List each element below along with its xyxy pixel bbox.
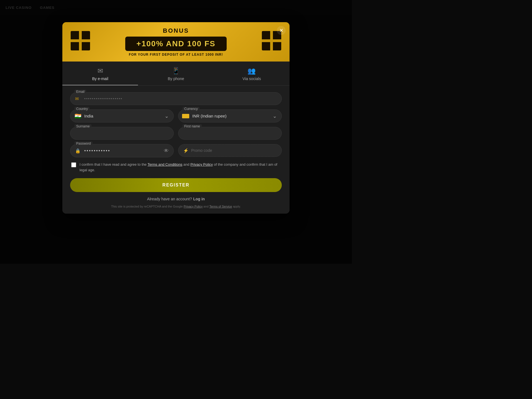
lock-icon: 🔒 [75,148,81,154]
country-select[interactable]: India [70,109,174,122]
phone-tab-icon: 📱 [172,67,180,75]
privacy-link[interactable]: Privacy Policy [190,162,213,167]
terms-link[interactable]: Terms and Conditions [147,162,182,167]
recaptcha-privacy-link[interactable]: Privacy Policy [184,205,203,208]
tab-socials-label: Via socials [242,76,261,81]
registration-modal: ✕ BONUS +100% AND 100 FS FOR YOUR FIRST … [62,22,290,214]
country-select-wrapper: 🇮🇳 India ⌄ [70,109,174,122]
login-link[interactable]: Log in [193,197,205,201]
email-field-group: Email ✉ [70,92,282,105]
tab-email-label: By e-mail [92,76,108,81]
login-row: Already have an account? Log in [70,196,282,201]
firstname-input[interactable] [178,127,282,140]
email-input-wrapper: ✉ [70,92,282,105]
socials-tab-icon: 👥 [247,67,256,75]
firstname-label: First name [183,124,202,128]
surname-label: Surname [75,124,91,128]
email-input[interactable] [70,92,282,105]
currency-select-wrapper: INR (Indian rupee) ⌄ [178,109,282,122]
registration-form: Email ✉ Country 🇮🇳 India ⌄ C [62,86,290,214]
recaptcha-notice: This site is protected by reCAPTCHA and … [70,205,282,208]
email-tab-icon: ✉ [98,67,103,75]
recaptcha-terms-link[interactable]: Terms of Service [209,205,232,208]
tab-phone[interactable]: 📱 By phone [138,62,214,85]
bonus-amount-bar: +100% AND 100 FS [125,37,226,51]
currency-field-group: Currency INR (Indian rupee) ⌄ [178,109,282,122]
register-button[interactable]: REGISTER [70,178,282,192]
name-row: Surname First name [70,127,282,140]
close-button[interactable]: ✕ [277,26,286,35]
country-currency-row: Country 🇮🇳 India ⌄ Currency INR (Indian … [70,109,282,122]
country-field-group: Country 🇮🇳 India ⌄ [70,109,174,122]
show-password-icon[interactable]: 👁 [164,148,169,154]
password-input-wrapper: 🔒 👁 [70,144,174,157]
gift-right [259,31,284,62]
gift-left [68,31,93,62]
currency-icon [182,114,189,118]
recaptcha-and: and [203,205,209,208]
terms-checkbox-row: I confirm that I have read and agree to … [70,162,282,173]
promo-field-group: ⚡ [178,144,282,157]
email-icon: ✉ [75,96,79,101]
tab-socials[interactable]: 👥 Via socials [214,62,290,85]
currency-select[interactable]: INR (Indian rupee) [178,109,282,122]
recaptcha-apply: apply. [233,205,241,208]
terms-text: I confirm that I have read and agree to … [80,162,281,173]
recaptcha-text: This site is protected by reCAPTCHA and … [111,205,183,208]
firstname-field-group: First name [178,127,282,140]
country-label: Country [75,107,89,111]
promo-input[interactable] [178,144,282,157]
email-label: Email [75,90,86,94]
promo-lightning-icon: ⚡ [183,148,189,153]
login-prompt-text: Already have an account? [147,197,192,201]
password-input[interactable] [70,144,174,157]
terms-checkbox[interactable] [71,162,76,167]
bonus-banner: BONUS +100% AND 100 FS FOR YOUR FIRST DE… [62,22,290,62]
surname-input[interactable] [70,127,174,140]
currency-label: Currency [183,107,200,111]
password-promo-row: Password 🔒 👁 ⚡ [70,144,282,157]
password-field-group: Password 🔒 👁 [70,144,174,157]
bonus-subtitle: FOR YOUR FIRST DEPOSIT OF AT LEAST 1000 … [129,53,223,57]
surname-field-group: Surname [70,127,174,140]
promo-input-wrapper: ⚡ [178,144,282,157]
tab-phone-label: By phone [168,76,184,81]
registration-tabs: ✉ By e-mail 📱 By phone 👥 Via socials [62,62,290,86]
bonus-title: BONUS [163,27,189,34]
bonus-amount: +100% AND 100 FS [136,39,215,48]
tab-email[interactable]: ✉ By e-mail [62,62,138,85]
password-label: Password [75,142,93,145]
